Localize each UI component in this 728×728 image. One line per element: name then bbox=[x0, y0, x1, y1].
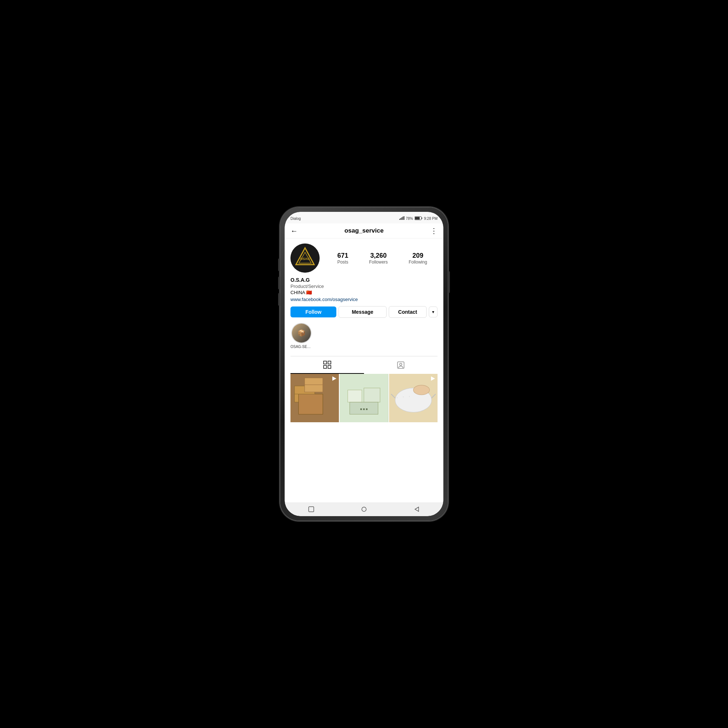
posts-stat[interactable]: 671 Posts bbox=[337, 252, 348, 265]
grid-item[interactable] bbox=[389, 374, 437, 422]
dropdown-button[interactable]: ▾ bbox=[429, 306, 437, 317]
profile-name: O.S.A.G bbox=[291, 277, 437, 283]
username-header: osag_service bbox=[344, 227, 384, 234]
svg-marker-41 bbox=[415, 507, 419, 511]
svg-text:■ ■ ■: ■ ■ ■ bbox=[360, 407, 368, 411]
top-nav: ← osag_service ⋮ bbox=[284, 223, 444, 239]
svg-rect-21 bbox=[305, 378, 323, 392]
video-indicator bbox=[332, 376, 337, 381]
svg-point-17 bbox=[400, 363, 402, 366]
highlight-circle: 📦 bbox=[291, 323, 312, 343]
svg-marker-38 bbox=[431, 376, 435, 381]
phone-frame: Dialog 78% bbox=[280, 208, 448, 520]
posts-count: 671 bbox=[337, 252, 348, 260]
highlight-label: OSAG-SERVI... bbox=[291, 345, 312, 349]
svg-rect-14 bbox=[324, 366, 327, 369]
svg-rect-13 bbox=[328, 361, 331, 364]
followers-count: 3,260 bbox=[370, 252, 387, 260]
status-right: 78% 9:28 PM bbox=[399, 216, 437, 221]
profile-link[interactable]: www.facebook.com/osagservice bbox=[291, 297, 358, 302]
profile-info: O.S.A.G Product/Service CHINA 🇨🇳 www.fac… bbox=[291, 277, 437, 303]
system-nav bbox=[284, 502, 444, 516]
contact-button[interactable]: Contact bbox=[389, 306, 427, 318]
back-button-sys[interactable] bbox=[413, 505, 421, 513]
following-label: Following bbox=[409, 260, 427, 265]
svg-rect-3 bbox=[402, 217, 403, 220]
grid-item[interactable]: ■ ■ ■ bbox=[340, 374, 388, 422]
svg-rect-12 bbox=[324, 361, 327, 364]
svg-rect-26 bbox=[348, 390, 362, 402]
svg-point-37 bbox=[413, 385, 429, 395]
status-bar: Dialog 78% bbox=[284, 212, 444, 223]
svg-point-40 bbox=[362, 507, 366, 511]
svg-rect-15 bbox=[328, 366, 331, 369]
svg-rect-27 bbox=[364, 388, 380, 402]
battery-icon bbox=[414, 216, 423, 221]
svg-text:OSAG: OSAG bbox=[300, 257, 310, 261]
video-indicator-2 bbox=[430, 376, 435, 381]
more-button[interactable]: ⋮ bbox=[430, 226, 437, 235]
svg-rect-20 bbox=[298, 394, 323, 414]
followers-label: Followers bbox=[369, 260, 388, 265]
battery-label: 78% bbox=[406, 217, 413, 220]
profile-category: Product/Service bbox=[291, 284, 437, 289]
tab-tagged[interactable] bbox=[364, 356, 437, 374]
tab-grid[interactable] bbox=[291, 356, 364, 374]
profile-location: CHINA 🇨🇳 bbox=[291, 290, 437, 295]
follow-button[interactable]: Follow bbox=[291, 306, 336, 317]
svg-rect-6 bbox=[422, 217, 422, 219]
profile-section: OSAG 671 Posts 3,260 Followers bbox=[284, 239, 444, 502]
stats-container: 671 Posts 3,260 Followers 209 Following bbox=[327, 252, 437, 265]
svg-rect-7 bbox=[415, 217, 420, 219]
posts-label: Posts bbox=[337, 260, 348, 265]
svg-rect-4 bbox=[404, 216, 404, 220]
grid-icon bbox=[323, 361, 331, 369]
home-button[interactable] bbox=[360, 505, 368, 513]
svg-marker-24 bbox=[332, 376, 336, 381]
profile-header-row: OSAG 671 Posts 3,260 Followers bbox=[291, 243, 437, 273]
tab-bar bbox=[291, 356, 437, 374]
photos-grid: ■ ■ ■ bbox=[291, 374, 437, 422]
followers-stat[interactable]: 3,260 Followers bbox=[369, 252, 388, 265]
following-stat[interactable]: 209 Following bbox=[409, 252, 427, 265]
avatar: OSAG bbox=[291, 243, 320, 273]
action-buttons: Follow Message Contact ▾ bbox=[291, 306, 437, 318]
time-label: 9:28 PM bbox=[424, 217, 437, 220]
svg-rect-1 bbox=[401, 218, 401, 220]
recent-apps-button[interactable] bbox=[307, 505, 315, 513]
svg-rect-39 bbox=[309, 507, 314, 512]
highlight-item[interactable]: 📦 OSAG-SERVI... bbox=[291, 323, 312, 349]
grid-item[interactable] bbox=[291, 374, 339, 422]
back-button[interactable]: ← bbox=[291, 227, 298, 235]
highlights-row: 📦 OSAG-SERVI... bbox=[291, 323, 437, 352]
tagged-icon bbox=[397, 361, 405, 369]
svg-rect-0 bbox=[399, 219, 400, 220]
svg-rect-2 bbox=[401, 217, 402, 220]
following-count: 209 bbox=[412, 252, 423, 260]
carrier-label: Dialog bbox=[291, 217, 301, 220]
signal-icon bbox=[399, 216, 404, 220]
message-button[interactable]: Message bbox=[338, 306, 387, 318]
